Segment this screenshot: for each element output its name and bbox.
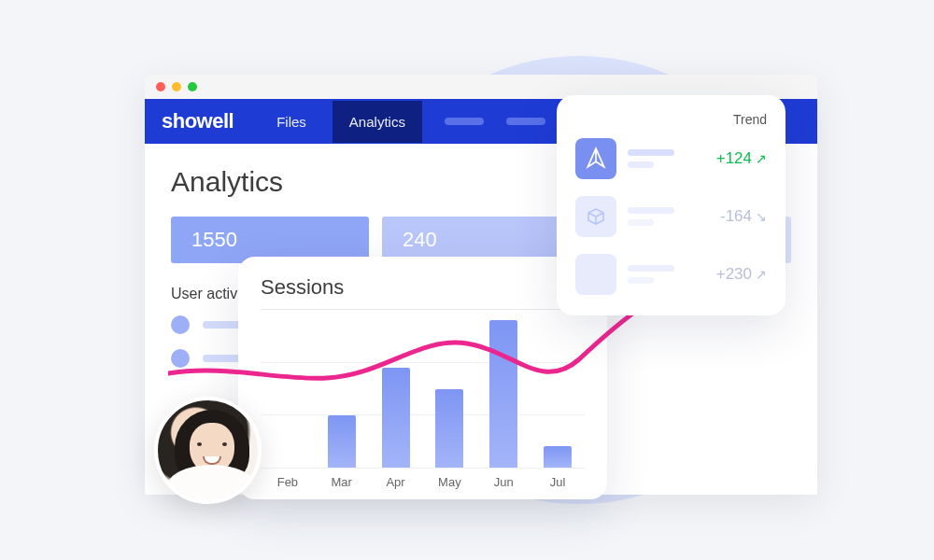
- trend-value: +124 ↗: [716, 149, 767, 168]
- sessions-chart: [261, 309, 585, 468]
- chart-x-label: Apr: [382, 475, 410, 489]
- chart-bar: [489, 320, 517, 468]
- brand-logo[interactable]: showell: [162, 109, 234, 133]
- chart-x-labels: FebMarAprMayJunJul: [261, 475, 585, 489]
- chart-bar: [328, 415, 356, 468]
- square-icon: [575, 254, 616, 295]
- nav-placeholder-icon: [506, 118, 545, 125]
- trend-header: Trend: [575, 112, 767, 127]
- chart-bar: [544, 446, 572, 468]
- chart-x-label: Mar: [328, 475, 356, 489]
- arrow-up-icon: ↗: [756, 151, 767, 166]
- trend-label-placeholder: [628, 149, 705, 168]
- arrow-up-icon: ↗: [756, 267, 767, 282]
- chart-bar: [382, 368, 410, 468]
- activity-dot-icon: [171, 315, 190, 334]
- chart-x-label: Feb: [274, 475, 302, 489]
- nav-item-analytics[interactable]: Analytics: [333, 101, 422, 143]
- cube-icon: [575, 196, 616, 237]
- trend-row[interactable]: -164 ↘: [575, 196, 767, 237]
- chart-x-label: May: [435, 475, 463, 489]
- nav-placeholder-icon: [445, 118, 484, 125]
- chart-x-label: Jul: [544, 475, 572, 489]
- window-close-icon[interactable]: [156, 82, 165, 91]
- chart-bar: [435, 389, 463, 469]
- trend-row[interactable]: +124 ↗: [575, 138, 767, 179]
- nav-item-files[interactable]: Files: [260, 101, 323, 143]
- trend-row[interactable]: +230 ↗: [575, 254, 767, 295]
- sessions-title: Sessions: [261, 275, 585, 300]
- window-minimize-icon[interactable]: [172, 82, 181, 91]
- trend-value: -164 ↘: [720, 207, 767, 226]
- chart-bars: [261, 310, 585, 468]
- arrow-down-icon: ↘: [756, 209, 767, 224]
- trend-label-placeholder: [628, 265, 705, 284]
- trend-card: Trend +124 ↗ -164 ↘: [557, 95, 785, 315]
- chart-x-label: Jun: [489, 475, 517, 489]
- sessions-card: Sessions FebMarAprMayJunJul: [238, 257, 607, 499]
- activity-dot-icon: [171, 349, 190, 368]
- paper-plane-icon: [575, 138, 616, 179]
- user-avatar[interactable]: [154, 397, 262, 504]
- trend-label-placeholder: [628, 207, 709, 226]
- window-maximize-icon[interactable]: [188, 82, 197, 91]
- trend-value: +230 ↗: [716, 265, 767, 284]
